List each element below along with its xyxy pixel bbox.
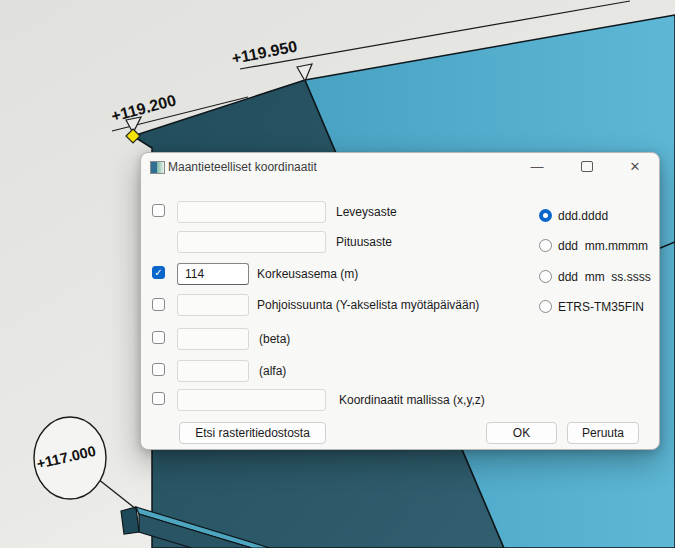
checkmark-icon: ✓: [154, 267, 162, 278]
radio-etrs-tm35fin[interactable]: [539, 300, 552, 313]
balloon-leader-line: [98, 479, 136, 509]
elevation-input[interactable]: [177, 263, 249, 285]
checkbox-model-coordinates[interactable]: [152, 392, 165, 405]
radio-ddd-mm-mmmm-label: ddd mm.mmmm: [558, 239, 648, 253]
cancel-button[interactable]: Peruuta: [567, 422, 639, 444]
beta-field: [177, 328, 249, 350]
radio-ddd-mm-ss-ssss[interactable]: [539, 270, 552, 283]
latitude-field: [177, 201, 326, 223]
elevation-label-right: +119.950: [230, 38, 298, 67]
minimize-icon: —: [531, 159, 544, 174]
snap-point-marker: [126, 129, 140, 143]
checkbox-alfa[interactable]: [152, 363, 165, 376]
model-coordinates-label: Koordinaatit mallissa (x,y,z): [339, 393, 485, 407]
longitude-label: Pituusaste: [336, 235, 392, 249]
close-button[interactable]: ✕: [624, 156, 646, 176]
cad-viewport: +119.200 +119.950 +117.000 Maantieteelli…: [0, 0, 675, 548]
checkbox-beta[interactable]: [152, 331, 165, 344]
radio-ddd-mm-ss-ssss-label: ddd mm ss.ssss: [558, 270, 651, 284]
dialog-app-icon: [150, 161, 165, 174]
maximize-button[interactable]: [576, 156, 598, 176]
find-raster-file-label: Etsi rasteritiedostosta: [195, 426, 310, 440]
beam-end-cap: [121, 507, 139, 534]
checkbox-latitude[interactable]: [152, 204, 165, 217]
dialog-title: Maantieteelliset koordinaatit: [168, 160, 317, 174]
alfa-field: [177, 360, 249, 382]
cancel-label: Peruuta: [582, 426, 624, 440]
maximize-icon: [581, 161, 593, 172]
close-icon: ✕: [630, 159, 641, 174]
latitude-label: Leveysaste: [336, 205, 397, 219]
model-coordinates-field: [177, 389, 326, 411]
radio-ddd-dddd-label: ddd.dddd: [558, 209, 608, 223]
radio-ddd-dddd[interactable]: [539, 209, 552, 222]
radio-etrs-tm35fin-label: ETRS-TM35FIN: [558, 300, 644, 314]
find-raster-file-button[interactable]: Etsi rasteritiedostosta: [179, 422, 326, 444]
checkbox-north-direction[interactable]: [152, 298, 165, 311]
elevation-label: Korkeusasema (m): [257, 267, 358, 281]
north-direction-field: [177, 294, 249, 316]
longitude-field: [177, 231, 326, 253]
ok-label: OK: [513, 426, 530, 440]
geographic-coordinates-dialog: Maantieteelliset koordinaatit — ✕ Leveys…: [140, 152, 660, 450]
radio-ddd-mm-mmmm[interactable]: [539, 239, 552, 252]
beta-label: (beta): [259, 332, 290, 346]
elevation-label-left: +119.200: [109, 91, 178, 125]
ok-button[interactable]: OK: [486, 422, 557, 444]
north-direction-label: Pohjoissuunta (Y-akselista myötäpäivään): [257, 298, 479, 312]
minimize-button[interactable]: —: [526, 156, 548, 176]
checkbox-elevation[interactable]: ✓: [152, 266, 165, 279]
dialog-titlebar[interactable]: Maantieteelliset koordinaatit — ✕: [141, 153, 659, 181]
alfa-label: (alfa): [259, 364, 286, 378]
